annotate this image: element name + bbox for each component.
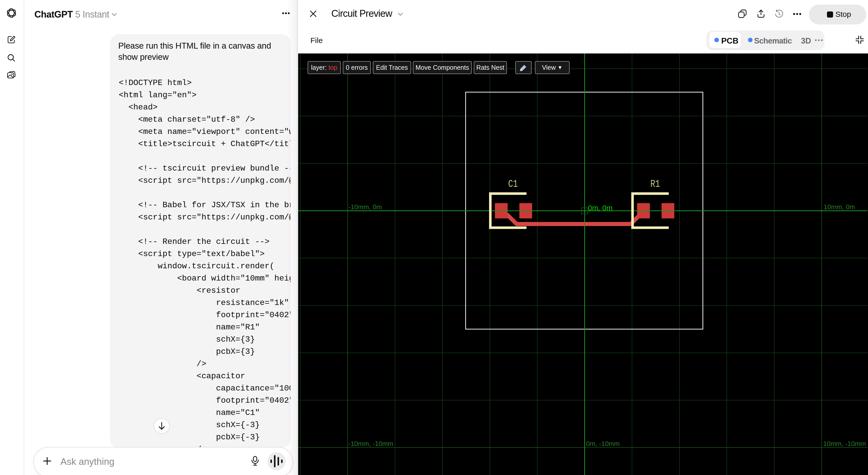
svg-text:0m, 0m: 0m, 0m: [588, 204, 613, 212]
svg-text:R1: R1: [650, 178, 660, 190]
svg-text:10mm, 0m: 10mm, 0m: [824, 203, 855, 211]
svg-text:0m, -10mm: 0m, -10mm: [586, 440, 620, 447]
svg-text:-10mm, 0m: -10mm, 0m: [348, 203, 382, 211]
svg-text:-10mm, -10mm: -10mm, -10mm: [348, 440, 393, 447]
svg-text:10mm, -10mm: 10mm, -10mm: [823, 440, 866, 447]
svg-text:C1: C1: [508, 178, 518, 190]
